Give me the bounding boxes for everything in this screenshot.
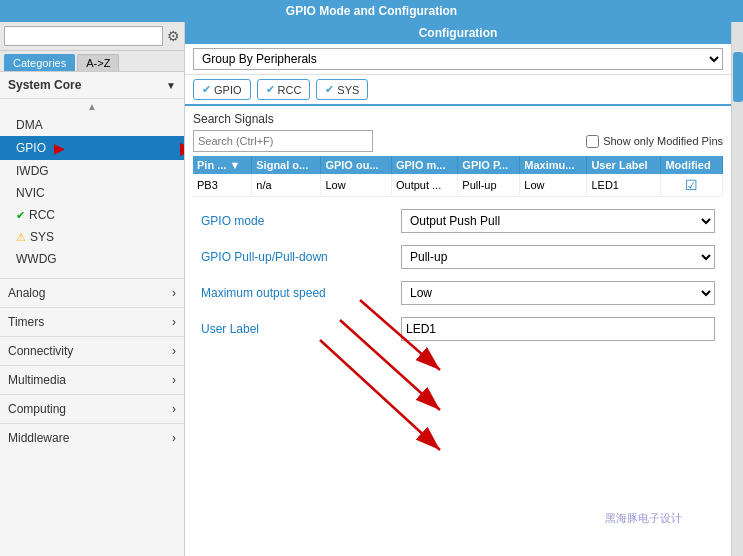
check-icon: ✔	[202, 83, 211, 96]
col-gpio-output[interactable]: GPIO ou...	[321, 156, 392, 174]
col-signal[interactable]: Signal o...	[252, 156, 321, 174]
max-speed-row: Maximum output speed Low Medium High Ver…	[201, 281, 715, 305]
user-label-row: User Label	[201, 317, 715, 341]
cell-modified: ☑	[661, 174, 723, 197]
gpio-pullup-select[interactable]: No pull-up and no pull-down Pull-up Pull…	[401, 245, 715, 269]
chevron-right-icon: ›	[172, 344, 176, 358]
tab-az[interactable]: A->Z	[77, 54, 119, 71]
sort-icon: ▼	[229, 159, 240, 171]
col-user-label[interactable]: User Label	[587, 156, 661, 174]
gpio-mode-select[interactable]: Output Push Pull Output Open Drain	[401, 209, 715, 233]
max-speed-label: Maximum output speed	[201, 286, 401, 300]
sidebar-item-rcc[interactable]: ✔ RCC	[0, 204, 184, 226]
user-label-input[interactable]	[401, 317, 715, 341]
sidebar-search-input[interactable]	[4, 26, 163, 46]
gpio-mode-label: GPIO mode	[201, 214, 401, 228]
cell-signal: n/a	[252, 174, 321, 197]
sidebar-item-timers[interactable]: Timers ›	[0, 307, 184, 336]
chevron-right-icon: ›	[172, 431, 176, 445]
cell-user-label: LED1	[587, 174, 661, 197]
gpio-pullup-label: GPIO Pull-up/Pull-down	[201, 250, 401, 264]
sidebar-item-middleware[interactable]: Middleware ›	[0, 423, 184, 452]
chevron-down-icon: ▼	[166, 80, 176, 91]
tab-categories[interactable]: Categories	[4, 54, 75, 71]
check-icon: ✔	[16, 209, 25, 222]
chevron-right-icon: ›	[172, 315, 176, 329]
check-icon: ✔	[266, 83, 275, 96]
show-modified-label: Show only Modified Pins	[603, 135, 723, 147]
user-label-label: User Label	[201, 322, 401, 336]
cell-gpio-pull: Pull-up	[458, 174, 520, 197]
cell-gpio-mode: Output ...	[391, 174, 457, 197]
main-title: GPIO Mode and Configuration	[286, 4, 457, 18]
watermark: 黑海豚电子设计	[599, 509, 688, 528]
cell-maximum: Low	[520, 174, 587, 197]
chevron-right-icon: ›	[172, 373, 176, 387]
check-icon: ✔	[325, 83, 334, 96]
sidebar-item-computing[interactable]: Computing ›	[0, 394, 184, 423]
system-core-header[interactable]: System Core ▼	[0, 72, 184, 99]
cell-pin: PB3	[193, 174, 252, 197]
sidebar-item-nvic[interactable]: NVIC	[0, 182, 184, 204]
signals-search-input[interactable]	[193, 130, 373, 152]
tab-sys[interactable]: ✔ SYS	[316, 79, 368, 100]
gpio-mode-row: GPIO mode Output Push Pull Output Open D…	[201, 209, 715, 233]
sidebar-item-gpio[interactable]: GPIO ▶	[0, 136, 184, 160]
col-pin[interactable]: Pin ... ▼	[193, 156, 252, 174]
peripherals-select[interactable]: Group By Peripherals	[193, 48, 723, 70]
col-maximum[interactable]: Maximu...	[520, 156, 587, 174]
sidebar-item-multimedia[interactable]: Multimedia ›	[0, 365, 184, 394]
col-gpio-pull[interactable]: GPIO P...	[458, 156, 520, 174]
table-row[interactable]: PB3 n/a Low Output ... Pull-up Low LED1 …	[193, 174, 723, 197]
chevron-right-icon: ›	[172, 402, 176, 416]
col-modified[interactable]: Modified	[661, 156, 723, 174]
sidebar-item-wwdg[interactable]: WWDG	[0, 248, 184, 270]
show-modified-checkbox[interactable]	[586, 135, 599, 148]
warn-icon: ⚠	[16, 231, 26, 244]
col-gpio-mode[interactable]: GPIO m...	[391, 156, 457, 174]
modified-checkbox-icon: ☑	[685, 177, 698, 193]
sidebar-item-iwdg[interactable]: IWDG	[0, 160, 184, 182]
gear-icon[interactable]: ⚙	[167, 28, 180, 44]
config-header: Configuration	[185, 22, 731, 44]
search-signals-label: Search Signals	[193, 112, 723, 126]
cell-gpio-output: Low	[321, 174, 392, 197]
chevron-right-icon: ›	[172, 286, 176, 300]
gpio-pullup-row: GPIO Pull-up/Pull-down No pull-up and no…	[201, 245, 715, 269]
tab-rcc[interactable]: ✔ RCC	[257, 79, 311, 100]
scrollbar-thumb[interactable]	[733, 52, 743, 102]
sidebar-item-dma[interactable]: DMA	[0, 114, 184, 136]
signals-table: Pin ... ▼ Signal o... GPIO ou... GPIO m.…	[193, 156, 723, 197]
max-speed-select[interactable]: Low Medium High Very High	[401, 281, 715, 305]
sidebar-item-sys[interactable]: ⚠ SYS	[0, 226, 184, 248]
tab-gpio[interactable]: ✔ GPIO	[193, 79, 251, 100]
arrow-indicator: ▶	[180, 139, 184, 158]
sidebar-item-connectivity[interactable]: Connectivity ›	[0, 336, 184, 365]
sidebar-item-analog[interactable]: Analog ›	[0, 278, 184, 307]
